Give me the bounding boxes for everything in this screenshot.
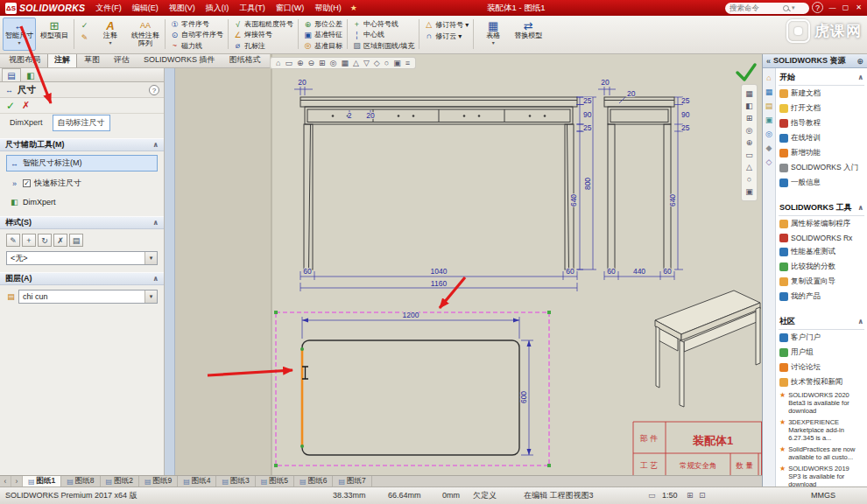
fast-dimension-checkbox[interactable]: ✓ xyxy=(23,179,31,187)
area-hatch-button[interactable]: ▨ 区域剖面线/填充 xyxy=(350,41,416,51)
online-training-link[interactable]: 在线培训 xyxy=(779,130,864,145)
pin-icon[interactable]: ⊕ xyxy=(856,57,863,66)
sheet-format-icon[interactable]: ▦ xyxy=(745,89,753,98)
property-tab-builder-link[interactable]: 属性标签编制程序 xyxy=(779,216,864,231)
discussion-forum-link[interactable]: 讨论论坛 xyxy=(779,360,864,374)
fast-dimension-row[interactable]: » ✓ 快速标注尺寸 xyxy=(6,175,158,192)
revision-cloud-button[interactable]: ∩ 修订云 ▾ xyxy=(422,31,470,41)
sheet-tab-6[interactable]: ▤图纸6 xyxy=(294,476,333,486)
sheet-tab-8[interactable]: ▤图纸8 xyxy=(61,476,100,486)
close-button[interactable]: ✕ xyxy=(852,0,865,16)
performance-benchmark-link[interactable]: 性能基准测试 xyxy=(779,244,864,259)
solidworks-rx-link[interactable]: SOLIDWORKS Rx xyxy=(779,231,864,244)
add-style-button[interactable]: + xyxy=(22,234,36,247)
ok-button[interactable]: ✓ xyxy=(6,100,15,112)
smart-dimensioning-tool[interactable]: ↔ 智能尺寸标注(M) xyxy=(6,155,158,172)
menu-file[interactable]: 文件(F) xyxy=(90,0,127,16)
add-sheet-icon[interactable]: ⊕ xyxy=(746,138,753,147)
section-view-icon[interactable]: △ xyxy=(353,59,359,67)
zoom-area-icon[interactable]: ▭ xyxy=(285,59,293,67)
sheet-tab-4[interactable]: ▤图纸4 xyxy=(178,476,216,486)
section-solidworks-tools[interactable]: SOLIDWORKS 工具 ∧ xyxy=(779,200,864,216)
search-input[interactable] xyxy=(730,4,780,12)
menu-view[interactable]: 视图(V) xyxy=(164,0,201,16)
update-style-button[interactable]: ↻ xyxy=(38,234,52,247)
zoom-fit-icon[interactable]: ⌂ xyxy=(276,59,280,67)
weld-symbol-button[interactable]: ∠ 焊接符号 xyxy=(231,30,295,39)
menu-edit[interactable]: 编辑(E) xyxy=(127,0,164,16)
apply-default-style-button[interactable]: ✎ xyxy=(6,234,20,247)
rotate-view-icon[interactable]: ◎ xyxy=(330,59,337,67)
custom-properties-tab-icon[interactable]: ◆ xyxy=(766,144,772,152)
group-dimension-tools[interactable]: 尺寸辅助工具(M) ∧ xyxy=(0,138,164,151)
appearance-icon[interactable]: ◇ xyxy=(374,59,380,67)
section-getting-started[interactable]: 开始 ∧ xyxy=(779,70,864,86)
scene-icon[interactable]: ○ xyxy=(384,59,389,67)
tutorials-link[interactable]: 指导教程 xyxy=(779,116,864,130)
tab-configuration-manager[interactable]: ◧ xyxy=(21,68,40,81)
menu-help[interactable]: 帮助(H) xyxy=(309,0,347,16)
introducing-solidworks-link[interactable]: SOLIDWORKS 入门 xyxy=(779,160,864,175)
general-info-link[interactable]: 一般信息 xyxy=(779,175,864,190)
page-setup-icon[interactable]: ▭ xyxy=(745,150,753,159)
grid-snap-icon[interactable]: ⊞ xyxy=(687,487,694,504)
technical-alerts-link[interactable]: 技术警报和新闻 xyxy=(779,374,864,389)
sheet-tab-3[interactable]: ▤图纸3 xyxy=(216,476,255,486)
news-item[interactable]: ★SolidPractices are now available to all… xyxy=(779,444,864,463)
properties-icon[interactable]: ▣ xyxy=(745,187,753,196)
hide-show-items-icon[interactable]: ▣ xyxy=(393,59,401,67)
centerline-button[interactable]: ¦ 中心线 xyxy=(350,30,416,39)
minimize-button[interactable]: — xyxy=(826,0,839,16)
options-icon[interactable]: ≡ xyxy=(405,59,410,67)
format-painter-icon[interactable]: ✎ xyxy=(80,33,89,42)
center-mark-button[interactable]: + 中心符号线 xyxy=(350,19,416,29)
search-dropdown-icon[interactable]: ▾ xyxy=(792,4,795,11)
menu-insert[interactable]: 插入(I) xyxy=(201,0,235,16)
maximize-button[interactable]: ▢ xyxy=(839,0,852,16)
unit-system[interactable]: MMGS xyxy=(811,487,835,504)
sheet-tab-1[interactable]: ▤图纸1 xyxy=(23,476,61,486)
datum-feature-button[interactable]: ▣ 基准特征 xyxy=(301,30,344,39)
delete-style-button[interactable]: ✗ xyxy=(53,234,67,247)
note-button[interactable]: A 注释 ▾ xyxy=(94,18,127,51)
target-icon[interactable]: ◎ xyxy=(746,126,753,135)
circle-tool-icon[interactable]: ○ xyxy=(747,175,751,184)
revision-symbol-button[interactable]: △ 修订符号 ▾ xyxy=(422,19,470,30)
cancel-button[interactable]: ✗ xyxy=(22,100,30,111)
drawing-sheet[interactable]: 20 2 20 25 90 25 640 800 60 1040 60 1160 xyxy=(175,54,762,475)
favorites-star-icon[interactable]: ★ xyxy=(347,4,361,12)
group-style[interactable]: 样式(S) ∧ xyxy=(0,216,164,229)
zoom-in-icon[interactable]: ⊕ xyxy=(297,59,304,67)
open-document-link[interactable]: 打开文档 xyxy=(779,101,864,116)
surface-finish-button[interactable]: √ 表面粗糙度符号 xyxy=(231,19,295,29)
dimxpert-tool[interactable]: ◧ DimXpert xyxy=(6,195,158,209)
compare-scores-link[interactable]: 比较我的分数 xyxy=(779,259,864,274)
save-style-button[interactable]: ▤ xyxy=(69,234,83,247)
datum-target-button[interactable]: ◎ 基准目标 xyxy=(301,41,344,51)
customer-portal-link[interactable]: 客户门户 xyxy=(779,330,864,345)
menu-window[interactable]: 窗口(W) xyxy=(271,0,310,16)
design-library-tab-icon[interactable]: ▦ xyxy=(765,88,773,96)
menu-tools[interactable]: 工具(T) xyxy=(234,0,271,16)
view-palette-tab-icon[interactable]: ▣ xyxy=(765,116,773,124)
spell-checker-icon[interactable]: ✓ xyxy=(80,21,89,30)
new-document-link[interactable]: 新建文档 xyxy=(779,86,864,101)
dimxpert-mode-button[interactable]: DimXpert xyxy=(4,116,48,130)
scroll-tabs-left-icon[interactable]: ‹ xyxy=(0,476,11,486)
help-icon[interactable]: ? xyxy=(149,85,159,95)
annotation-icon[interactable]: △ xyxy=(746,163,752,172)
view-orientation-icon[interactable]: ▽ xyxy=(363,59,370,67)
auto-balloon-button[interactable]: ⊙ 自动零件序号 xyxy=(168,30,225,39)
my-products-link[interactable]: 我的产品 xyxy=(779,289,864,304)
layer-select[interactable]: chi cun ▾ xyxy=(18,290,158,304)
zoom-out-icon[interactable]: ⊖ xyxy=(308,59,315,67)
whats-new-link[interactable]: 新增功能 xyxy=(779,145,864,160)
command-search-box[interactable]: ▾ xyxy=(725,3,809,14)
group-layer[interactable]: 图层(A) ∧ xyxy=(0,272,164,285)
collapse-pane-icon[interactable]: « xyxy=(766,57,771,66)
hole-callout-button[interactable]: ⌀ 孔标注 xyxy=(231,41,295,51)
dropdown-icon[interactable]: ▾ xyxy=(144,252,157,264)
quick-tips-icon[interactable]: ⊡ xyxy=(699,487,706,504)
news-item[interactable]: ★SOLIDWORKS 2019 SP3 is available for do… xyxy=(779,463,864,486)
smart-dimension-button[interactable]: ↔ 智能尺寸 ▾ xyxy=(3,18,36,51)
